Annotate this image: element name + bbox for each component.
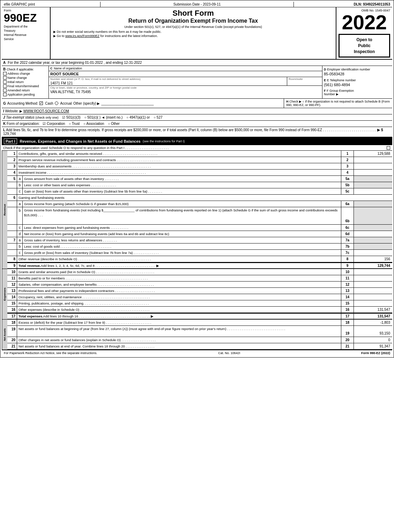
row-desc-11: Benefits paid to or for members . . . . … xyxy=(17,275,341,281)
row-linenum-5c: 5c xyxy=(341,188,354,194)
title-block: Short Form Return of Organization Exempt… xyxy=(51,7,336,59)
section-g-label: G xyxy=(3,102,6,105)
row-value-10 xyxy=(354,269,392,275)
row-num-18: 18 xyxy=(7,320,17,325)
row-value-11 xyxy=(354,275,392,281)
net-assets-side-label: Net Assets xyxy=(2,320,7,350)
row-linenum-8: 8 xyxy=(341,256,354,262)
form-subtitle: Return of Organization Exempt From Incom… xyxy=(53,18,333,24)
table-row: 14 Occupancy, rent, utilities, and maint… xyxy=(7,294,392,300)
final-return-checkbox[interactable] xyxy=(3,84,7,88)
section-gh: G Accounting Method: Cash Accrual Other … xyxy=(2,99,392,108)
row-desc-7b: Less: cost of goods sold . . . . . . . .… xyxy=(23,243,341,249)
cash-checkbox[interactable] xyxy=(39,102,43,105)
tax-option-2: ○ 501(c)( ) ◄ (insert no.) xyxy=(84,115,122,119)
row-num-7c-empty xyxy=(7,250,17,256)
row-desc-20: Other changes in net assets or fund bala… xyxy=(17,337,341,343)
row-value-5b-shaded xyxy=(354,182,392,188)
row-num-3: 3 xyxy=(7,163,17,169)
table-row: b Less: cost or other basis and sales ex… xyxy=(7,182,392,188)
table-row: a Gross income from gaming (attach Sched… xyxy=(7,201,392,207)
row-num-5: 5 xyxy=(7,176,17,182)
footer: For Paperwork Reduction Act Notice, see … xyxy=(2,350,392,356)
final-return-label: Final return/terminated xyxy=(7,84,39,88)
table-row: 11 Benefits paid to or for members . . .… xyxy=(7,275,392,282)
row-sub-5b: b xyxy=(17,182,23,188)
section-l-text: Add lines 5b, 6c, and 7b to line 9 to de… xyxy=(6,128,376,132)
row-value-3 xyxy=(354,163,392,169)
tel-value: (561) 680-4894 xyxy=(324,83,391,87)
row-num-21: 21 xyxy=(7,343,17,349)
table-row: 2 Program service revenue including gove… xyxy=(7,157,392,163)
row-num-6c-empty xyxy=(7,225,17,231)
dln-number: DLN: 93492254011053 xyxy=(294,2,392,7)
tel-label: E Telephone number xyxy=(327,78,356,82)
row-desc-7c: Gross profit or (loss) from sales of inv… xyxy=(23,250,341,256)
other-label: Other (specify) ▶ xyxy=(73,102,100,105)
section-j-label: J xyxy=(3,115,5,119)
table-row: 12 Salaries, other compensation, and emp… xyxy=(7,282,392,288)
section-c: C Name of organization ROOT SOURCE Numbe… xyxy=(49,66,322,98)
net-assets-section: Net Assets 18 Excess or (deficit) for th… xyxy=(2,319,392,350)
application-pending-checkbox[interactable] xyxy=(3,93,7,96)
part1-see-instructions: (see the instructions for Part I) xyxy=(143,140,185,143)
row-value-6a-shaded xyxy=(354,201,392,207)
row-linenum-16: 16 xyxy=(341,307,354,313)
row-desc-16: Other expenses (describe in Schedule O) … xyxy=(17,307,341,313)
table-row: c Gain or (loss) from sale of assets oth… xyxy=(7,188,392,195)
row-linenum-6a: 6a xyxy=(341,201,354,207)
name-change-checkbox[interactable] xyxy=(3,76,7,80)
row-num-6a-empty xyxy=(7,201,17,207)
row-desc-6d: Net income or (loss) from gaming and fun… xyxy=(23,231,341,237)
section-b-label: B xyxy=(3,67,6,71)
table-row: 4 Investment income . . . . . . . . . . … xyxy=(7,170,392,176)
initial-return-checkbox[interactable] xyxy=(3,80,7,84)
row-desc-6: Gaming and fundraising events xyxy=(17,195,341,201)
row-num-1: 1 xyxy=(7,151,17,157)
address-change-checkbox[interactable] xyxy=(3,72,7,75)
part1-schedule-o-checkbox[interactable] xyxy=(387,146,390,150)
submission-date: Submission Date - 2023-09-11 xyxy=(101,2,294,7)
row-sub-7a: a xyxy=(17,237,23,243)
row-num-9: 9 xyxy=(7,263,17,268)
row-value-14 xyxy=(354,294,392,300)
part1-check-text: Check if the organization used Schedule … xyxy=(3,146,169,150)
row-linenum-2: 2 xyxy=(341,157,354,163)
table-row: c Gross profit or (loss) from sales of i… xyxy=(7,250,392,256)
row-sub-6c: c xyxy=(17,225,23,231)
row-desc-6a: Gross income from gaming (attach Schedul… xyxy=(23,201,341,207)
accrual-checkbox[interactable] xyxy=(55,102,58,105)
org-name-value: ROOT SOURCE xyxy=(49,71,322,77)
tax-option-1: ☑ 501(c)(3) xyxy=(62,115,80,119)
row-linenum-9: 9 xyxy=(341,263,354,268)
row-linenum-17: 17 xyxy=(341,314,354,319)
row-desc-21: Net assets or fund balances at end of ye… xyxy=(17,343,341,349)
row-desc-2: Program service revenue including govern… xyxy=(17,157,341,163)
row-value-5a-shaded xyxy=(354,176,392,182)
row-linenum-3: 3 xyxy=(341,163,354,169)
section-a: A For the 2022 calendar year, or tax yea… xyxy=(2,60,392,66)
row-value-6b-shaded xyxy=(354,207,392,224)
row-linenum-7b: 7b xyxy=(341,243,354,249)
row-desc-17: Total expenses. Add lines 10 through 16 … xyxy=(17,314,341,319)
row-desc-6b: Gross income from fundraising events (no… xyxy=(23,207,341,224)
cat-no: Cat. No. 10642I xyxy=(218,351,240,355)
table-row: 19 Net assets or fund balances at beginn… xyxy=(7,326,392,337)
section-c-label: C xyxy=(50,67,52,70)
k-option-trust: ○ Trust xyxy=(69,122,80,126)
row-num-17: 17 xyxy=(7,314,17,319)
section-d: D Employer identification number 85-0583… xyxy=(322,66,392,98)
part1-header: Part I Revenue, Expenses, and Changes in… xyxy=(2,137,392,145)
row-linenum-11: 11 xyxy=(341,275,354,281)
application-pending-label: Application pending xyxy=(7,93,35,96)
row-value-6d xyxy=(354,231,392,237)
row-desc-13: Professional fees and other payments to … xyxy=(17,288,341,294)
amended-return-checkbox[interactable] xyxy=(3,89,7,92)
under-section: Under section 501(c), 527, or 4947(a)(1)… xyxy=(53,25,333,29)
table-row: c Less: direct expenses from gaming and … xyxy=(7,225,392,231)
dept-info: Department of the Treasury Internal Reve… xyxy=(4,25,48,42)
row-sub-7b: b xyxy=(17,243,23,249)
row-linenum-4: 4 xyxy=(341,170,354,175)
address-row: Number and street (or P. O. box, if mail… xyxy=(49,77,322,86)
check-name-change: Name change xyxy=(3,76,47,80)
